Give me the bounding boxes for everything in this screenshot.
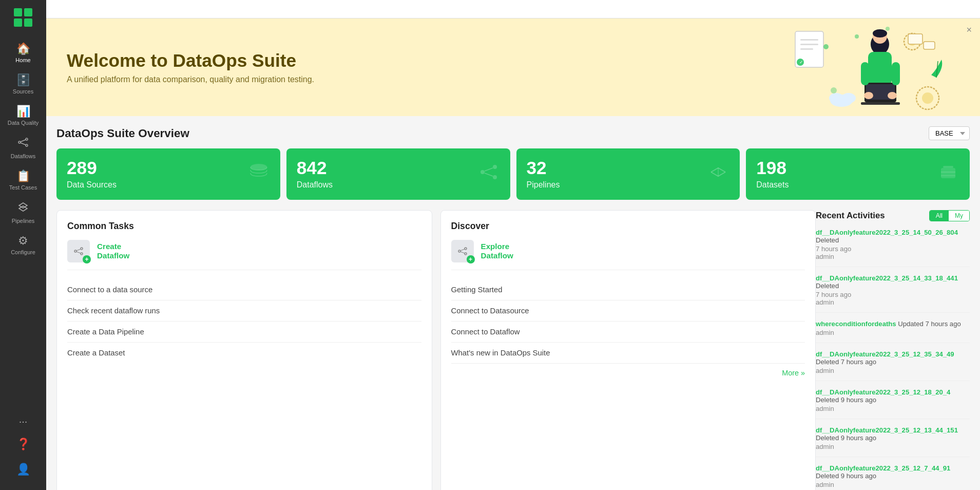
tab-all-button[interactable]: All bbox=[930, 211, 949, 221]
stat-card-dataflows[interactable]: 842 Dataflows bbox=[286, 148, 510, 200]
main-content: Welcome to DataOps Suite A unified platf… bbox=[46, 0, 980, 490]
discover-title: Discover bbox=[451, 221, 805, 232]
discover-getting-started[interactable]: Getting Started bbox=[451, 279, 805, 300]
svg-line-56 bbox=[460, 252, 465, 253]
sidebar-item-dataflows[interactable]: Dataflows bbox=[0, 131, 46, 164]
banner-close-button[interactable]: × bbox=[966, 25, 972, 35]
stat-label-datasets: Datasets bbox=[756, 180, 789, 190]
activity-link-2[interactable]: whereconditionfordeaths bbox=[816, 320, 896, 328]
stat-label-sources: Data Sources bbox=[67, 180, 117, 190]
svg-point-19 bbox=[841, 93, 856, 103]
svg-point-32 bbox=[823, 44, 829, 49]
activity-time-0: 7 hours ago bbox=[816, 245, 970, 253]
sidebar-item-configure[interactable]: ⚙ Configure bbox=[0, 229, 46, 260]
svg-text:✓: ✓ bbox=[799, 60, 803, 65]
sidebar-item-tc-label: Test Cases bbox=[9, 184, 37, 191]
activity-time-1: 7 hours ago bbox=[816, 291, 970, 298]
svg-rect-43 bbox=[941, 168, 955, 178]
explore-dataflow-widget[interactable]: + Explore Dataflow bbox=[451, 240, 805, 270]
svg-point-48 bbox=[81, 248, 83, 250]
activity-item-1: df__DAonlyfeature2022_3_25_14_33_18_441 … bbox=[816, 274, 970, 313]
stat-card-pipelines[interactable]: 32 Pipelines bbox=[516, 148, 740, 200]
datasets-card-icon bbox=[937, 161, 959, 187]
create-dataflow-text: Create Dataflow bbox=[97, 242, 129, 260]
discover-connect-datasource[interactable]: Connect to Datasource bbox=[451, 300, 805, 322]
stat-number-dataflows: 842 bbox=[297, 159, 333, 177]
discover-more-link[interactable]: More » bbox=[451, 369, 805, 377]
sidebar-item-test-cases[interactable]: 📋 Test Cases bbox=[0, 164, 46, 196]
help-icon: ❓ bbox=[16, 438, 30, 451]
task-create-pipeline[interactable]: Create a Data Pipeline bbox=[67, 322, 421, 343]
stat-card-df-left: 842 Dataflows bbox=[297, 159, 333, 189]
activity-user-5: admin bbox=[816, 443, 834, 450]
welcome-subtitle: A unified platform for data comparison, … bbox=[67, 75, 314, 84]
sidebar-item-data-quality[interactable]: 📊 Data Quality bbox=[0, 100, 46, 131]
task-create-dataset[interactable]: Create a Dataset bbox=[67, 343, 421, 363]
explore-dataflow-link[interactable]: Explore Dataflow bbox=[481, 242, 513, 260]
configure-icon: ⚙ bbox=[18, 234, 28, 248]
discover-whats-new[interactable]: What's new in DataOps Suite bbox=[451, 343, 805, 364]
activity-item-6: df__DAonlyfeature2022_3_25_12_7_44_91 De… bbox=[816, 464, 970, 490]
svg-line-40 bbox=[485, 168, 493, 171]
sources-icon: 🗄️ bbox=[16, 73, 30, 87]
sidebar-item-user[interactable]: 👤 bbox=[0, 458, 46, 483]
svg-rect-23 bbox=[868, 52, 892, 85]
svg-point-22 bbox=[873, 29, 887, 37]
explore-dataflow-plus-icon: + bbox=[467, 255, 475, 263]
sidebar: 🏠 Home 🗄️ Sources 📊 Data Quality Dataflo… bbox=[0, 0, 46, 490]
svg-point-35 bbox=[831, 87, 837, 93]
svg-point-14 bbox=[922, 92, 933, 104]
overview-title: DataOps Suite Overview bbox=[56, 127, 189, 140]
activity-item-0: df__DAonlyfeature2022_3_25_14_50_26_804 … bbox=[816, 229, 970, 267]
stat-card-ds-left: 198 Datasets bbox=[756, 159, 789, 189]
activity-action-6: Deleted 9 hours ago bbox=[816, 472, 876, 480]
stat-card-datasets[interactable]: 198 Datasets bbox=[746, 148, 970, 200]
activity-link-1[interactable]: df__DAonlyfeature2022_3_25_14_33_18_441 bbox=[816, 274, 958, 282]
sidebar-more-button[interactable]: ··· bbox=[14, 410, 33, 432]
svg-line-41 bbox=[485, 173, 493, 176]
common-tasks-panel: Common Tasks bbox=[56, 210, 432, 490]
svg-rect-15 bbox=[908, 34, 923, 44]
sidebar-item-home[interactable]: 🏠 Home bbox=[0, 37, 46, 68]
sidebar-item-help[interactable]: ❓ bbox=[0, 432, 46, 458]
welcome-banner: Welcome to DataOps Suite A unified platf… bbox=[46, 18, 980, 116]
activity-action-2: Updated 7 hours ago bbox=[898, 320, 960, 328]
activity-item-5: df__DAonlyfeature2022_3_25_12_13_44_151 … bbox=[816, 426, 970, 457]
sidebar-item-sources[interactable]: 🗄️ Sources bbox=[0, 68, 46, 100]
activity-link-0[interactable]: df__DAonlyfeature2022_3_25_14_50_26_804 bbox=[816, 229, 958, 236]
svg-point-39 bbox=[493, 175, 497, 179]
create-dataflow-icon-wrap: + bbox=[67, 240, 90, 262]
banner-illustration: ✓ bbox=[785, 18, 949, 116]
activity-action-5: Deleted 9 hours ago bbox=[816, 434, 876, 442]
activities-title: Recent Activities bbox=[816, 211, 885, 221]
activity-link-5[interactable]: df__DAonlyfeature2022_3_25_12_13_44_151 bbox=[816, 426, 958, 434]
create-dataflow-link[interactable]: Create Dataflow bbox=[97, 242, 129, 260]
sidebar-item-pipelines-label: Pipelines bbox=[12, 218, 35, 224]
create-dataflow-plus-icon: + bbox=[83, 255, 91, 263]
base-selector[interactable]: BASE DEV QA PROD bbox=[929, 126, 970, 140]
svg-point-34 bbox=[886, 27, 890, 31]
svg-point-29 bbox=[864, 92, 873, 99]
svg-point-54 bbox=[465, 253, 467, 255]
activity-link-4[interactable]: df__DAonlyfeature2022_3_25_12_18_20_4 bbox=[816, 388, 950, 396]
pipelines-icon bbox=[17, 201, 29, 216]
create-dataflow-widget[interactable]: + Create Dataflow bbox=[67, 240, 421, 270]
tab-my-button[interactable]: My bbox=[949, 211, 969, 221]
sidebar-item-configure-label: Configure bbox=[11, 249, 35, 255]
sidebar-item-pipelines[interactable]: Pipelines bbox=[0, 196, 46, 229]
common-tasks-title: Common Tasks bbox=[67, 221, 421, 232]
svg-line-51 bbox=[76, 252, 81, 253]
svg-rect-44 bbox=[943, 166, 953, 168]
svg-point-38 bbox=[493, 165, 497, 169]
activity-link-6[interactable]: df__DAonlyfeature2022_3_25_12_7_44_91 bbox=[816, 464, 950, 472]
content-area: Welcome to DataOps Suite A unified platf… bbox=[46, 18, 980, 490]
stat-card-data-sources[interactable]: 289 Data Sources bbox=[56, 148, 280, 200]
activity-user-3: admin bbox=[816, 367, 834, 374]
activity-link-3[interactable]: df__DAonlyfeature2022_3_25_12_35_34_49 bbox=[816, 350, 954, 358]
task-check-dataflow-runs[interactable]: Check recent dataflow runs bbox=[67, 300, 421, 322]
logo-sq4 bbox=[24, 18, 32, 27]
discover-connect-dataflow[interactable]: Connect to Dataflow bbox=[451, 322, 805, 343]
activity-action-0: Deleted bbox=[816, 236, 839, 244]
task-connect-datasource[interactable]: Connect to a data source bbox=[67, 279, 421, 300]
svg-rect-7 bbox=[800, 44, 818, 45]
